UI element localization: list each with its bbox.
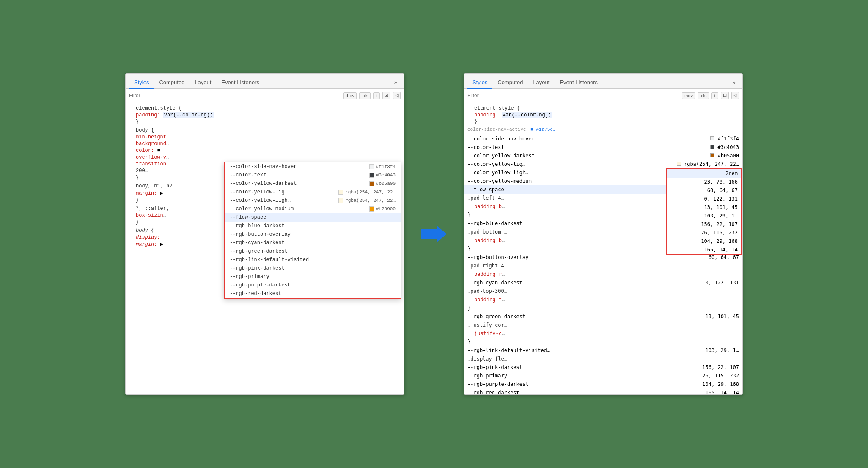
dropdown-item-color-yellow-lig[interactable]: --color-yellow-lig… rgba(254, 247, 22… [225, 188, 401, 196]
tab-more-right[interactable]: » [729, 77, 739, 89]
filter-input-right[interactable] [467, 93, 678, 99]
filter-input-left[interactable] [129, 93, 340, 99]
dropdown-item-color-text[interactable]: --color-text #3c4043 [225, 171, 401, 179]
computed-val-red: 165, 14, 14 [667, 245, 741, 254]
css-brace-close-element-right: } [467, 118, 739, 125]
var-row-rgb-link-right: --rgb-link-default-visited… 103, 29, 1… [464, 346, 742, 355]
css-selector-display-right: .display-fle… [464, 355, 742, 363]
svg-marker-0 [421, 226, 447, 242]
css-selector-pad-right-right: .pad-right-4… [464, 262, 742, 270]
dropdown-item-rgb-blue-darkest[interactable]: --rgb-blue-darkest [225, 222, 401, 230]
toggle-button-left[interactable]: ◁ [393, 92, 401, 99]
var-row-color-side-nav-hover-right: --color-side-nav-hover #f1f3f4 [464, 135, 742, 143]
css-prop-padding-left: padding: var(--color-bg); [129, 112, 401, 118]
tab-computed-left[interactable]: Computed [154, 77, 190, 89]
css-rule-element-style-left: element.style { padding: var(--color-bg)… [126, 104, 404, 126]
css-selector-pad-top-right: .pad-top-300… [464, 287, 742, 295]
computed-val-green: 13, 101, 45 [667, 203, 741, 212]
dropdown-item-rgb-primary[interactable]: --rgb-primary [225, 273, 401, 281]
left-devtools-panel: Styles Computed Layout Event Listeners »… [125, 73, 404, 395]
swatch-fef7e0-1 [338, 190, 343, 195]
var-row-rgb-green-right: --rgb-green-darkest 13, 101, 45 [464, 312, 742, 321]
css-prop-overflow-left: overflow-v… [129, 154, 401, 161]
css-value-padding-right: var(--color-bg); [502, 112, 552, 118]
dropdown-item-flow-space[interactable]: --flow-space [225, 213, 401, 222]
var-row-color-yellow-lig-right: --color-yellow-lig… rgba(254, 247, 22… [464, 160, 742, 168]
cls-button-left[interactable]: .cls [359, 92, 371, 99]
css-value-padding-left: var(--color-bg); [163, 112, 214, 118]
left-content-area: element.style { padding: var(--color-bg)… [126, 102, 404, 394]
var-row-rgb-pink-right: --rgb-pink-darkest 156, 22, 107 [464, 363, 742, 372]
dropdown-item-color-yellow-medium[interactable]: --color-yellow-medium #f29900 [225, 205, 401, 213]
dropdown-item-color-yellow-ligh[interactable]: --color-yellow-ligh… rgba(254, 247, 22… [225, 196, 401, 205]
dropdown-item-rgb-green-darkest[interactable]: --rgb-green-darkest [225, 247, 401, 256]
swatch-fef7e0-2 [338, 198, 343, 203]
arrow-container [421, 223, 447, 245]
dropdown-item-rgb-purple-darkest[interactable]: --rgb-purple-darkest [225, 281, 401, 289]
dropdown-item-rgb-red-darkest[interactable]: --rgb-red-darkest [225, 289, 401, 298]
dropdown-item-rgb-button-overlay[interactable]: --rgb-button-overlay [225, 230, 401, 239]
add-button-left[interactable]: + [373, 92, 380, 99]
cls-button-right[interactable]: .cls [698, 92, 709, 99]
autocomplete-dropdown-left: --color-side-nav-hover #f1f3f4 --color-t… [224, 162, 401, 299]
var-row-rgb-purple-right: --rgb-purple-darkest 104, 29, 168 [464, 380, 742, 388]
left-tabs-bar: Styles Computed Layout Event Listeners » [126, 74, 404, 89]
tab-styles-left[interactable]: Styles [129, 77, 154, 89]
var-row-color-yellow-darkest-right: --color-yellow-darkest #b05a00 [464, 151, 742, 160]
swatch-3c4043 [369, 173, 374, 178]
tab-computed-right[interactable]: Computed [492, 77, 528, 89]
dropdown-item-color-yellow-darkest[interactable]: --color-yellow-darkest #b05a00 [225, 179, 401, 188]
hov-button-left[interactable]: :hov [343, 92, 357, 99]
tab-more-left[interactable]: » [391, 77, 401, 89]
hov-button-right[interactable]: :hov [682, 92, 695, 99]
css-selector-element-left: element.style { [129, 105, 401, 112]
computed-val-link: 103, 29, 1… [667, 212, 741, 220]
toggle-button-right[interactable]: ◁ [731, 92, 739, 99]
tab-layout-right[interactable]: Layout [528, 77, 555, 89]
computed-val-button-overlay: 60, 64, 67 [667, 186, 741, 195]
swatch-b05a00 [369, 181, 374, 186]
css-rule-partial-top: color-side-nav-active ■ #1a75e… [464, 126, 742, 133]
computed-val-cyan: 0, 122, 131 [667, 195, 741, 203]
css-prop-padding-pad-top-right: padding t… [464, 295, 742, 304]
css-selector-body-left: body { [129, 127, 401, 134]
computed-val-purple: 104, 29, 168 [667, 237, 741, 245]
arrow-right-icon [421, 223, 447, 245]
tab-event-listeners-right[interactable]: Event Listeners [555, 77, 603, 89]
css-prop-padding-right: padding: var(--color-bg); [467, 112, 739, 118]
css-close-justify-right: } [464, 338, 742, 346]
left-filter-bar: :hov .cls + ⊡ ◁ [126, 89, 404, 102]
right-filter-actions: :hov .cls + ⊡ ◁ [682, 92, 739, 99]
css-selector-justify-right: .justify-cor… [464, 321, 742, 329]
right-devtools-panel: Styles Computed Layout Event Listeners »… [464, 73, 743, 395]
dropdown-item-color-side-nav-hover[interactable]: --color-side-nav-hover #f1f3f4 [225, 162, 401, 171]
css-selector-element-right: element.style { [467, 105, 739, 112]
css-brace-close-element-left: } [129, 118, 401, 125]
css-prop-background-left: background… [129, 140, 401, 147]
computed-val-blue: 23, 78, 166 [667, 178, 741, 186]
var-row-rgb-primary-right: --rgb-primary 26, 115, 232 [464, 372, 742, 380]
css-prop-minheight-left: min-height… [129, 134, 401, 140]
right-filter-bar: :hov .cls + ⊡ ◁ [464, 89, 742, 102]
tab-styles-right[interactable]: Styles [467, 77, 492, 89]
css-prop-padding-pad-right-right: padding r… [464, 270, 742, 278]
css-prop-justify-right: justify-c… [464, 329, 742, 338]
css-rule-element-style-right: element.style { padding: var(--color-bg)… [464, 104, 742, 126]
computed-val-pink: 156, 22, 107 [667, 220, 741, 228]
computed-val-flow-space: 2rem [667, 169, 741, 178]
dropdown-item-rgb-link-default-visited[interactable]: --rgb-link-default-visited [225, 256, 401, 264]
computed-val-primary: 26, 115, 232 [667, 228, 741, 237]
inspect-button-left[interactable]: ⊡ [382, 92, 390, 99]
right-content-area: element.style { padding: var(--color-bg)… [464, 102, 742, 394]
var-row-rgb-cyan-right: --rgb-cyan-darkest 0, 122, 131 [464, 278, 742, 287]
dropdown-item-rgb-pink-darkest[interactable]: --rgb-pink-darkest [225, 264, 401, 273]
computed-values-overlay: 2rem 23, 78, 166 60, 64, 67 0, 122, 131 … [666, 168, 742, 255]
tab-layout-left[interactable]: Layout [190, 77, 216, 89]
tab-event-listeners-left[interactable]: Event Listeners [216, 77, 264, 89]
var-row-color-text-right: --color-text #3c4043 [464, 143, 742, 151]
dropdown-item-rgb-cyan-darkest[interactable]: --rgb-cyan-darkest [225, 239, 401, 247]
css-close-pad-top-right: } [464, 304, 742, 312]
right-tabs-bar: Styles Computed Layout Event Listeners » [464, 74, 742, 89]
inspect-button-right[interactable]: ⊡ [721, 92, 729, 99]
add-button-right[interactable]: + [711, 92, 718, 99]
